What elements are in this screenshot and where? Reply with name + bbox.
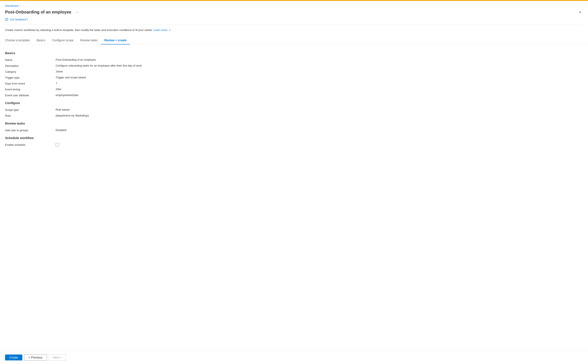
breadcrumb-link[interactable]: Dashboard xyxy=(5,4,19,7)
more-options-button[interactable]: ··· xyxy=(74,9,80,15)
feedback-icon xyxy=(5,18,8,21)
field-category: Category Joiner xyxy=(5,70,583,73)
enable-schedule-checkbox-container xyxy=(56,143,59,146)
footer: Create < Previous Next > xyxy=(0,351,588,364)
basics-heading: Basics xyxy=(5,51,583,55)
next-button: Next > xyxy=(49,354,66,361)
field-enable-schedule: Enable schedule xyxy=(5,143,583,146)
field-value-name: Post-Onboarding of an employee xyxy=(56,58,583,61)
field-label-add-user-to-groups: Add user to groups xyxy=(5,129,56,132)
field-event-user-attribute: Event user attribute employeeHireDate xyxy=(5,93,583,97)
field-value-scope-type: Rule based xyxy=(56,108,583,111)
field-label-name: Name xyxy=(5,58,56,62)
field-description: Description Configure onboarding tasks f… xyxy=(5,64,583,67)
tab-review-tasks[interactable]: Review tasks xyxy=(77,36,101,45)
field-value-days-from-event: 7 xyxy=(56,82,583,85)
field-value-rule: (department eq 'Marketing') xyxy=(56,114,583,117)
basics-section: Basics Name Post-Onboarding of an employ… xyxy=(5,51,583,97)
tab-basics[interactable]: Basics xyxy=(33,36,49,45)
enable-schedule-checkbox[interactable] xyxy=(56,143,59,146)
create-button[interactable]: Create xyxy=(5,355,22,360)
close-button[interactable]: × xyxy=(577,9,583,15)
field-label-days-from-event: Days from event xyxy=(5,82,56,85)
field-trigger-type: Trigger type Trigger and scope based xyxy=(5,76,583,79)
feedback-label: Got feedback? xyxy=(10,18,28,21)
field-label-scope-type: Scope type xyxy=(5,108,56,111)
field-value-description: Configure onboarding tasks for an employ… xyxy=(56,64,583,67)
feedback-row[interactable]: Got feedback? xyxy=(5,18,583,21)
schedule-workflow-heading: Schedule workflow xyxy=(5,136,583,140)
field-scope-type: Scope type Rule based xyxy=(5,108,583,111)
previous-button[interactable]: < Previous xyxy=(24,354,47,361)
field-value-event-timing: After xyxy=(56,88,583,91)
page-title: Post-Onboarding of an employee xyxy=(5,10,71,14)
field-rule: Rule (department eq 'Marketing') xyxy=(5,114,583,117)
field-label-description: Description xyxy=(5,64,56,67)
tab-choose-template[interactable]: Choose a template xyxy=(5,36,33,45)
tabs-container: Choose a template Basics Configure scope… xyxy=(0,36,588,45)
schedule-workflow-section: Schedule workflow Enable schedule xyxy=(5,136,583,146)
field-value-trigger-type: Trigger and scope based xyxy=(56,76,583,79)
breadcrumb: Dashboard › xyxy=(5,4,583,7)
field-label-trigger-type: Trigger type xyxy=(5,76,56,79)
field-label-event-timing: Event timing xyxy=(5,88,56,91)
field-event-timing: Event timing After xyxy=(5,88,583,91)
content-area: Basics Name Post-Onboarding of an employ… xyxy=(0,50,588,351)
field-label-category: Category xyxy=(5,70,56,73)
configure-heading: Configure xyxy=(5,101,583,105)
field-label-rule: Rule xyxy=(5,114,56,117)
review-tasks-heading: Review tasks xyxy=(5,122,583,125)
learn-more-link[interactable]: Learn more xyxy=(153,28,167,32)
field-value-event-user-attribute: employeeHireDate xyxy=(56,93,583,97)
field-value-add-user-to-groups: Disabled xyxy=(56,129,583,132)
field-value-category: Joiner xyxy=(56,70,583,73)
description-text: Create custom workflows by selecting a b… xyxy=(0,28,588,32)
field-label-enable-schedule: Enable schedule xyxy=(5,143,56,146)
field-add-user-to-groups: Add user to groups Disabled xyxy=(5,129,583,132)
external-link-icon: ↗ xyxy=(169,29,170,31)
field-label-event-user-attribute: Event user attribute xyxy=(5,93,56,97)
breadcrumb-separator: › xyxy=(20,4,21,7)
field-name: Name Post-Onboarding of an employee xyxy=(5,58,583,62)
tab-configure-scope[interactable]: Configure scope xyxy=(49,36,77,45)
field-days-from-event: Days from event 7 xyxy=(5,82,583,85)
tab-review-create[interactable]: Review + create xyxy=(101,36,130,45)
configure-section: Configure Scope type Rule based Rule (de… xyxy=(5,101,583,117)
review-tasks-section: Review tasks Add user to groups Disabled xyxy=(5,122,583,132)
